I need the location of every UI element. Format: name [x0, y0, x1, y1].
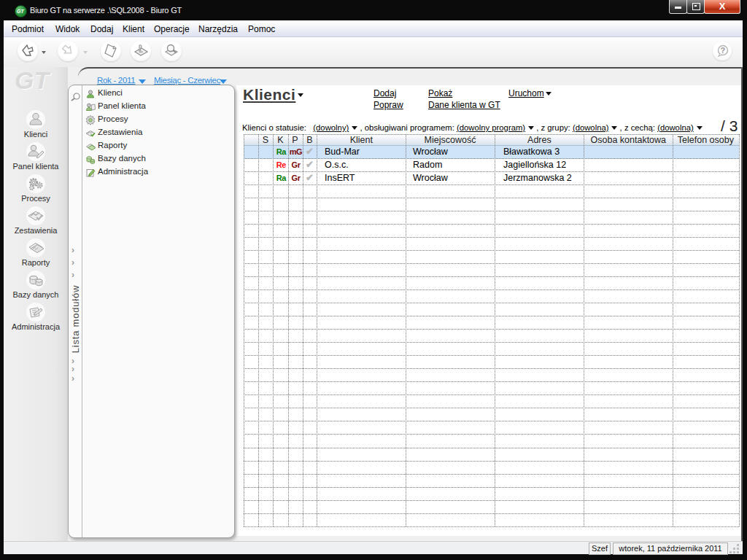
svg-text:?: ? — [721, 46, 726, 55]
